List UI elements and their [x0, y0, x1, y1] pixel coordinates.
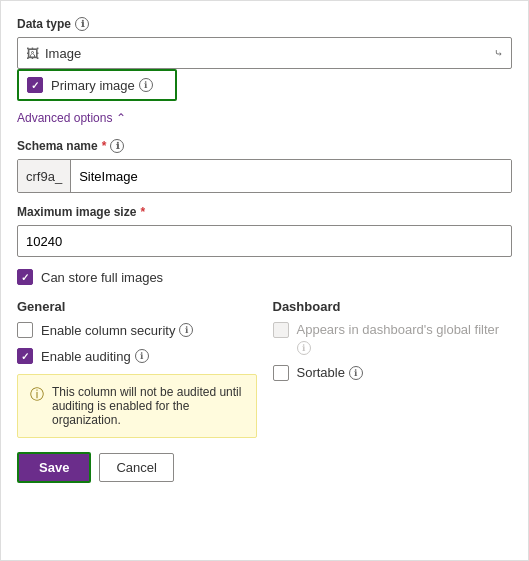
auditing-warning-box: ⓘ This column will not be audited until … [17, 374, 257, 438]
sortable-label: Sortable [297, 365, 345, 380]
can-store-row: Can store full images [17, 269, 512, 285]
can-store-label: Can store full images [41, 270, 163, 285]
advanced-options-label: Advanced options [17, 111, 112, 125]
warning-icon: ⓘ [30, 386, 44, 404]
primary-image-row: Primary image ℹ [17, 69, 177, 101]
sortable-row: Sortable ℹ [273, 365, 513, 381]
two-col-section: General Enable column security ℹ Enable … [17, 299, 512, 438]
data-type-info-icon[interactable]: ℹ [75, 17, 89, 31]
advanced-options-toggle[interactable]: Advanced options ⌃ [17, 111, 512, 125]
enable-column-security-label: Enable column security [41, 323, 175, 338]
enable-column-security-row: Enable column security ℹ [17, 322, 257, 338]
general-col: General Enable column security ℹ Enable … [17, 299, 257, 438]
dashboard-col: Dashboard Appears in dashboard's global … [273, 299, 513, 438]
warning-text: This column will not be audited until au… [52, 385, 244, 427]
primary-image-checkbox[interactable] [27, 77, 43, 93]
cancel-button[interactable]: Cancel [99, 453, 173, 482]
can-store-checkbox[interactable] [17, 269, 33, 285]
enable-auditing-label: Enable auditing [41, 349, 131, 364]
enable-column-security-info-icon[interactable]: ℹ [179, 323, 193, 337]
primary-image-label: Primary image [51, 78, 135, 93]
enable-column-security-checkbox[interactable] [17, 322, 33, 338]
schema-name-info-icon[interactable]: ℹ [110, 139, 124, 153]
schema-name-input[interactable] [71, 160, 511, 192]
primary-image-info-icon[interactable]: ℹ [139, 78, 153, 92]
dashboard-section-header: Dashboard [273, 299, 513, 314]
enable-auditing-row: Enable auditing ℹ [17, 348, 257, 364]
schema-name-input-row: crf9a_ [17, 159, 512, 193]
chevron-up-icon: ⌃ [116, 111, 126, 125]
schema-name-label: Schema name * ℹ [17, 139, 512, 153]
chevron-down-icon: ⤷ [494, 47, 503, 60]
appears-in-dashboard-row: Appears in dashboard's global filter ℹ [273, 322, 513, 355]
form-container: Data type ℹ 🖼 Image ⤷ Primary image ℹ Ad… [0, 0, 529, 561]
sortable-info-icon[interactable]: ℹ [349, 366, 363, 380]
enable-auditing-info-icon[interactable]: ℹ [135, 349, 149, 363]
appears-in-dashboard-label: Appears in dashboard's global filter [297, 322, 500, 337]
image-icon: 🖼 [26, 46, 39, 61]
enable-auditing-checkbox[interactable] [17, 348, 33, 364]
sortable-checkbox[interactable] [273, 365, 289, 381]
max-image-size-input[interactable] [17, 225, 512, 257]
general-section-header: General [17, 299, 257, 314]
data-type-select[interactable]: 🖼 Image ⤷ [17, 37, 512, 69]
button-row: Save Cancel [17, 452, 512, 483]
appears-in-dashboard-info-icon[interactable]: ℹ [297, 341, 311, 355]
max-image-size-label: Maximum image size * [17, 205, 512, 219]
data-type-label: Data type ℹ [17, 17, 512, 31]
appears-in-dashboard-checkbox [273, 322, 289, 338]
schema-name-prefix: crf9a_ [18, 160, 71, 192]
save-button[interactable]: Save [17, 452, 91, 483]
